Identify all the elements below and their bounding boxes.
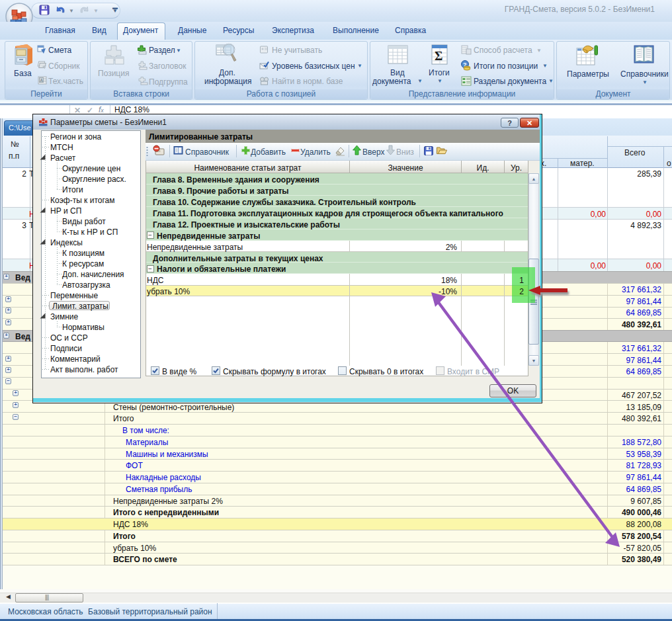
svg-text:Σ: Σ [435,49,442,63]
svg-text:A: A [40,78,44,83]
